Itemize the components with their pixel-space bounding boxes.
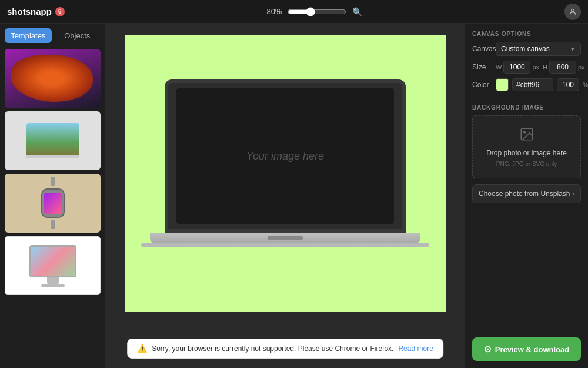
laptop-screen: Your image here [176, 88, 394, 224]
notification-badge: 6 [55, 7, 65, 16]
app-name: shotsnapp [7, 6, 52, 16]
color-hex-input[interactable] [512, 78, 553, 91]
canvas-select[interactable]: Custom canvas ▼ [496, 42, 581, 56]
chevron-down-icon: ▼ [570, 46, 576, 52]
browser-warning: ⚠️ Sorry, your browser is currently not … [127, 339, 443, 359]
list-item[interactable] [5, 236, 101, 295]
height-field: H px [543, 61, 585, 74]
list-item[interactable] [5, 49, 101, 108]
canvas-area: Your image here ⚠️ Sorry, your browser i… [106, 24, 465, 368]
drop-title: Drop photo or image here [486, 149, 567, 157]
right-panel: CANVAS OPTIONS Canvas Custom canvas ▼ Si… [465, 24, 588, 368]
laptop-feet [141, 243, 429, 247]
sidebar-thumbnails [0, 47, 105, 368]
tab-templates[interactable]: Templates [5, 28, 52, 43]
preview-download-button[interactable]: ⊙ Preview & download [472, 337, 581, 361]
size-inputs: W px H px [496, 61, 585, 74]
preview-icon: ⊙ [484, 344, 492, 354]
opacity-input[interactable] [557, 78, 579, 91]
unsplash-label: Choose photo from Unsplash [479, 190, 570, 198]
svg-point-2 [523, 131, 525, 133]
sidebar-tabs: Templates Objects [0, 24, 105, 47]
zoom-slider[interactable] [288, 7, 346, 16]
zoom-icon[interactable]: 🔍 [352, 7, 362, 16]
color-row: Color % [472, 78, 581, 91]
warning-link[interactable]: Read more [398, 344, 433, 353]
width-label: W [496, 64, 502, 71]
size-row: Size W px H px [472, 61, 581, 74]
canvas-label: Canvas [472, 45, 496, 53]
laptop-lid: Your image here [165, 79, 406, 233]
canvas-workspace: Your image here [125, 35, 446, 312]
color-inputs: % [496, 78, 588, 91]
canvas-options-title: CANVAS OPTIONS [472, 31, 581, 37]
laptop-mockup: Your image here [144, 79, 426, 268]
main-layout: Templates Objects [0, 24, 588, 368]
height-label: H [543, 64, 547, 71]
user-avatar[interactable] [564, 4, 581, 20]
width-input[interactable] [503, 61, 530, 74]
height-unit: px [578, 64, 585, 71]
size-label: Size [472, 63, 496, 71]
bg-image-section: BACKGROUND IMAGE Drop photo or image her… [472, 104, 581, 203]
warning-text: Sorry, your browser is currently not sup… [152, 344, 393, 353]
drop-subtitle: PNG, JPG or SVG only [496, 161, 557, 167]
canvas-select-value: Custom canvas [501, 45, 550, 53]
laptop-bottom [150, 233, 420, 243]
list-item[interactable] [5, 111, 101, 170]
height-input[interactable] [549, 61, 576, 74]
unsplash-button[interactable]: Choose photo from Unsplash › [472, 184, 581, 203]
image-upload-icon [519, 127, 534, 145]
tab-objects[interactable]: Objects [54, 28, 101, 43]
laptop-notch [268, 236, 303, 240]
topbar-center: 80% 🔍 [266, 7, 362, 16]
color-swatch[interactable] [496, 78, 509, 91]
color-label: Color [472, 81, 496, 89]
bg-image-title: BACKGROUND IMAGE [472, 104, 581, 111]
canvas-row: Canvas Custom canvas ▼ [472, 42, 581, 56]
topbar-left: shotsnapp 6 [7, 6, 65, 16]
svg-point-0 [572, 9, 574, 12]
sidebar: Templates Objects [0, 24, 106, 368]
width-unit: px [532, 64, 539, 71]
topbar: shotsnapp 6 80% 🔍 [0, 0, 588, 24]
screen-placeholder: Your image here [246, 150, 324, 163]
warning-icon: ⚠️ [137, 344, 147, 353]
preview-download-label: Preview & download [495, 345, 569, 354]
width-field: W px [496, 61, 539, 74]
chevron-right-icon: › [572, 190, 574, 198]
drop-zone[interactable]: Drop photo or image here PNG, JPG or SVG… [472, 115, 581, 178]
percent-label: % [583, 81, 588, 88]
list-item[interactable] [5, 174, 101, 233]
canvas-options-section: CANVAS OPTIONS Canvas Custom canvas ▼ Si… [472, 31, 581, 96]
zoom-label: 80% [266, 7, 282, 16]
